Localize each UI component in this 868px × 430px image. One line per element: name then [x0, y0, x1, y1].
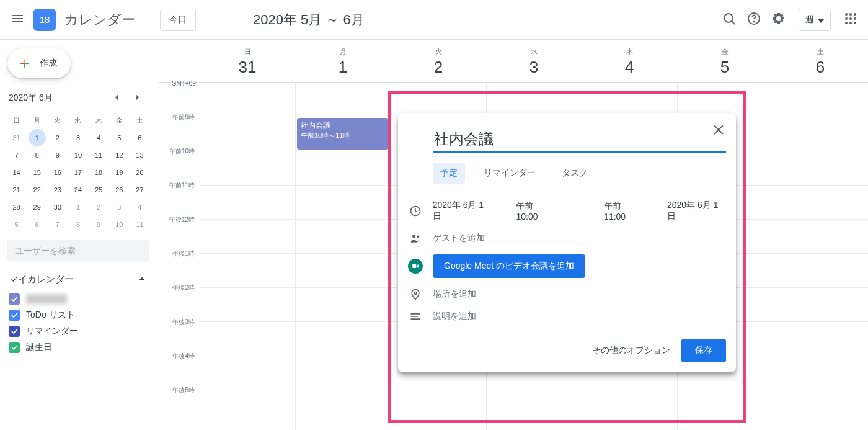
mini-day-cell[interactable]: 22 [29, 181, 46, 199]
mini-day-cell[interactable]: 25 [90, 181, 107, 199]
day-number: 5 [677, 58, 773, 77]
mini-day-cell[interactable]: 29 [29, 199, 46, 216]
mini-day-cell[interactable]: 23 [49, 181, 66, 199]
calendar-checkbox[interactable] [9, 310, 20, 321]
calendar-item[interactable]: 誕生日 [5, 339, 151, 356]
mini-day-cell[interactable]: 24 [69, 181, 87, 199]
calendar-checkbox[interactable] [9, 293, 20, 305]
mini-day-cell[interactable]: 18 [90, 164, 107, 181]
mini-day-cell[interactable]: 7 [49, 216, 66, 233]
day-header[interactable]: 木4 [582, 40, 677, 82]
mini-day-cell[interactable]: 31 [8, 129, 25, 146]
popup-tab[interactable]: 予定 [433, 163, 465, 184]
mini-day-cell[interactable]: 9 [49, 146, 66, 164]
prev-period-button[interactable] [203, 10, 223, 30]
mini-day-cell[interactable]: 10 [69, 146, 87, 164]
search-button[interactable] [717, 7, 742, 32]
mini-day-cell[interactable]: 4 [131, 199, 148, 216]
mini-day-cell[interactable]: 17 [69, 164, 87, 181]
mini-day-cell[interactable]: 19 [110, 164, 128, 181]
week-grid: GMT+09 日31月1火2水3木4金5土6 午前9時午前10時午前11時午後1… [159, 40, 868, 430]
day-header[interactable]: 金5 [677, 40, 773, 82]
settings-button[interactable] [766, 7, 791, 32]
create-button[interactable]: 作成 [7, 48, 71, 78]
calendar-checkbox[interactable] [9, 342, 20, 353]
mini-calendar-grid: 3112345678910111213141516171819202122232… [5, 129, 151, 233]
add-description-field[interactable]: 説明を追加 [433, 311, 476, 322]
mini-day-cell[interactable]: 9 [90, 216, 107, 233]
mini-dow-cell: 土 [130, 112, 150, 129]
mini-dow-cell: 金 [109, 112, 130, 129]
mini-day-cell[interactable]: 3 [69, 129, 87, 146]
help-button[interactable] [742, 7, 766, 32]
day-header[interactable]: 水3 [486, 40, 582, 82]
mini-day-cell[interactable]: 15 [29, 164, 46, 181]
event-end-time[interactable]: 午前11:00 [604, 200, 642, 222]
mini-day-cell[interactable]: 3 [110, 199, 128, 216]
add-location-field[interactable]: 場所を追加 [433, 289, 476, 300]
help-icon [746, 11, 761, 28]
mini-day-cell[interactable]: 5 [8, 216, 25, 233]
apps-button[interactable] [838, 7, 863, 32]
mini-day-cell[interactable]: 6 [131, 129, 148, 146]
mini-day-cell[interactable]: 1 [29, 129, 46, 146]
save-button[interactable]: 保存 [681, 339, 726, 362]
day-column[interactable]: 社内会議午前10時～11時 [295, 83, 391, 430]
mini-day-cell[interactable]: 28 [8, 199, 25, 216]
mini-day-cell[interactable]: 10 [110, 216, 128, 233]
more-options-button[interactable]: その他のオプション [592, 345, 670, 356]
mini-day-cell[interactable]: 27 [131, 181, 148, 199]
mini-prev-button[interactable] [107, 88, 126, 108]
day-header[interactable]: 火2 [391, 40, 486, 82]
mini-day-cell[interactable]: 6 [29, 216, 46, 233]
mini-day-cell[interactable]: 5 [110, 129, 128, 146]
event-start-date[interactable]: 2020年 6月 1日 [433, 200, 492, 222]
event-start-time[interactable]: 午前10:00 [516, 200, 554, 222]
add-guests-field[interactable]: ゲストを追加 [433, 233, 485, 244]
mini-day-cell[interactable]: 4 [90, 129, 107, 146]
popup-tab[interactable]: リマインダー [476, 163, 543, 184]
mini-day-cell[interactable]: 7 [8, 146, 25, 164]
event-chip[interactable]: 社内会議午前10時～11時 [297, 118, 388, 150]
app-title: カレンダー [64, 11, 135, 29]
mini-day-cell[interactable]: 8 [69, 216, 87, 233]
calendar-item[interactable]: リマインダー [5, 323, 151, 339]
add-meet-button[interactable]: Google Meet のビデオ会議を追加 [433, 254, 585, 278]
people-search-input[interactable] [7, 240, 149, 262]
day-header[interactable]: 土6 [773, 40, 868, 82]
mini-day-cell[interactable]: 8 [29, 146, 46, 164]
mini-day-cell[interactable]: 11 [131, 216, 148, 233]
mini-day-cell[interactable]: 1 [69, 199, 87, 216]
calendar-item[interactable]: ToDo リスト [5, 307, 151, 323]
event-title-input[interactable] [433, 127, 726, 153]
mini-dow-cell: 木 [89, 112, 109, 129]
mini-day-cell[interactable]: 30 [49, 199, 66, 216]
mini-day-cell[interactable]: 21 [8, 181, 25, 199]
day-column[interactable] [200, 83, 295, 430]
day-header[interactable]: 月1 [295, 40, 391, 82]
mini-day-cell[interactable]: 13 [131, 146, 148, 164]
mini-day-cell[interactable]: 20 [131, 164, 148, 181]
popup-close-button[interactable] [706, 118, 731, 143]
today-button[interactable]: 今日 [160, 9, 196, 31]
mini-day-cell[interactable]: 16 [49, 164, 66, 181]
mini-next-button[interactable] [128, 88, 148, 108]
next-period-button[interactable] [223, 10, 243, 30]
mini-day-cell[interactable]: 12 [110, 146, 128, 164]
day-header[interactable]: 日31 [200, 40, 295, 82]
day-column[interactable] [773, 83, 868, 430]
mini-day-cell[interactable]: 2 [49, 129, 66, 146]
mini-day-cell[interactable]: 11 [90, 146, 107, 164]
popup-tab[interactable]: タスク [554, 163, 595, 184]
calendar-item[interactable]: xxxxxx [5, 291, 151, 307]
calendar-checkbox[interactable] [9, 326, 20, 337]
my-calendars-toggle[interactable]: マイカレンダー [5, 268, 151, 291]
calendar-logo-icon: 18 [33, 9, 56, 31]
event-end-date[interactable]: 2020年 6月 1日 [667, 200, 726, 222]
main-menu-button[interactable] [5, 7, 30, 32]
mini-day-cell[interactable]: 14 [8, 164, 25, 181]
view-switcher[interactable]: 週 [799, 9, 831, 31]
mini-day-cell[interactable]: 26 [110, 181, 128, 199]
mini-day-cell[interactable]: 2 [90, 199, 107, 216]
location-icon [408, 288, 423, 300]
